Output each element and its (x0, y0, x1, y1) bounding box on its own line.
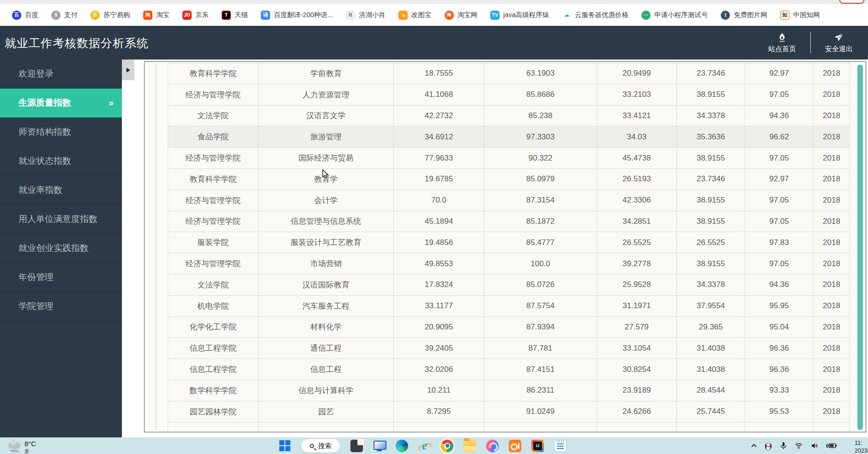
table-row[interactable]: 文法学院汉语国际教育17.832485.072625.952834.337894… (168, 274, 850, 295)
table-wrapper: 教育科学学院学前教育18.755563.190320.949923.734692… (168, 63, 850, 432)
table-cell: 信息工程学院 (168, 338, 259, 359)
table-row[interactable]: 经济与管理学院国际经济与贸易77.963390.32245.473838.915… (168, 148, 850, 169)
taskbar-clock[interactable]: 11: 2023/1 (855, 439, 868, 454)
gaitubao-favicon: ↘ (398, 11, 408, 20)
weather-desc: 雾 (24, 448, 36, 454)
table-cell: 教育学 (259, 168, 394, 190)
app-stack-icon[interactable] (350, 440, 363, 452)
bookmark-item[interactable]: t免费图片网 (721, 11, 767, 20)
sidebar-item[interactable]: 年份管理 (0, 263, 122, 292)
pc-manager-icon[interactable] (373, 440, 386, 452)
bookmark-item[interactable]: 淘淘宝 (143, 11, 169, 20)
bookmark-item[interactable]: S支付 (51, 11, 78, 20)
office-tool-icon[interactable] (509, 440, 521, 452)
table-row[interactable]: 化学化工学院材料化学20.909587.939427.57929.36595.0… (168, 317, 850, 338)
table-cell: 23.9189 (597, 380, 677, 401)
edge-icon[interactable] (396, 440, 408, 452)
sidebar-item[interactable]: 就业率指数 (0, 176, 122, 205)
sidebar-item[interactable]: 学院管理 (0, 292, 122, 321)
microphone-icon[interactable] (779, 441, 788, 450)
table-row[interactable]: 文法学院汉语言文学42.273285.23833.412134.337894.3… (168, 105, 850, 126)
table-row[interactable]: 机电学院汽车服务工程33.117787.575431.197137.955495… (168, 295, 850, 317)
app-header: 就业工作考核数据分析系统 站点首页 安全退出 (0, 26, 868, 60)
sidebar-item[interactable]: 就业状态指数 (0, 147, 122, 176)
bookmark-item[interactable]: ⋯申请小程序测试号 (641, 11, 708, 20)
table-cell: 25.9528 (597, 274, 677, 295)
battery-icon[interactable] (826, 442, 838, 450)
weather-widget[interactable]: 8°C 雾 (8, 438, 36, 454)
clock-date: 2023/1 (855, 447, 868, 454)
site-home-button[interactable]: 站点首页 (754, 26, 810, 60)
file-explorer-icon[interactable] (464, 440, 476, 452)
table-cell: 数学科学学院 (168, 380, 259, 401)
table-row[interactable]: 信息工程学院信息工程32.020687.415130.825431.403896… (168, 359, 850, 380)
sidebar-item[interactable]: 用人单位满意度指数 (0, 205, 122, 234)
table-cell: 经济与管理学院 (168, 190, 259, 211)
sidebar-item[interactable]: 就业创业实践指数 (0, 234, 122, 263)
sidebar-item-active[interactable]: 生源质量指数» (0, 89, 122, 118)
netease-icon[interactable] (486, 440, 499, 452)
bookmark-item[interactable]: 译百度翻译-200种语... (261, 11, 333, 20)
chevron-right-icon (127, 68, 130, 72)
table-row[interactable]: 经济与管理学院会计学70.087.315442.330638.915597.05… (168, 190, 850, 211)
table-row[interactable]: 教育科学学院学前教育18.755563.190320.949923.734692… (168, 63, 850, 84)
table-row[interactable]: 经济与管理学院信息管理与信息系统45.189485.187234.285138.… (168, 211, 850, 232)
table-row[interactable]: 经济与管理学院人力资源管理41.106885.868633.210338.915… (168, 84, 850, 105)
intellij-idea-icon[interactable] (531, 440, 544, 452)
table-cell: 26.5525 (597, 232, 677, 253)
bookmark-item[interactable]: ↘改图宝 (398, 11, 432, 20)
sidebar-item[interactable]: 欢迎登录 (0, 60, 122, 89)
bookmark-item[interactable]: JD京东 (182, 11, 209, 20)
chrome-icon[interactable] (441, 440, 453, 452)
sidebar-collapse-tab[interactable] (122, 60, 134, 80)
chevron-up-icon[interactable] (751, 443, 757, 448)
table-cell: 经济与管理学院 (168, 148, 259, 169)
table-row[interactable]: 数学科学学院信息与计算科学10.21186.231123.918928.4544… (168, 380, 850, 401)
sidebar-item[interactable]: 师资结构指数 (0, 118, 122, 147)
table-cell: 33.1177 (394, 295, 484, 317)
table-cell: 97.05 (745, 84, 814, 105)
bookmark-item[interactable]: ☁云服务器优惠价格 (562, 11, 628, 20)
volume-icon[interactable] (810, 442, 819, 450)
header-actions: 站点首页 安全退出 (754, 26, 867, 60)
bookmark-item[interactable]: TVjava高级程序猿 (490, 11, 549, 20)
wifi-icon[interactable] (794, 442, 803, 450)
table-cell: 34.3378 (677, 105, 745, 126)
table-row[interactable]: 服装学院服装设计与工艺教育19.485685.477726.552526.552… (168, 232, 850, 253)
table-row[interactable]: 经济与管理学院市场营销49.8553100.039.277838.915597.… (168, 253, 850, 275)
bookmark-item[interactable]: 苏苏宁易购 (90, 11, 130, 20)
table-row[interactable]: 教育科学学院教育学19.678585.097926.519323.734692.… (168, 168, 850, 190)
table-row[interactable]: 信息工程学院通信工程39.240587.78133.105431.403896.… (168, 338, 850, 359)
logout-button[interactable]: 安全退出 (811, 26, 867, 60)
windows-start-icon[interactable] (279, 440, 291, 452)
bookmark-item[interactable]: 百百度 (12, 11, 38, 20)
table-scrollbar[interactable] (857, 65, 863, 430)
table-cell: 34.3378 (677, 274, 745, 295)
table-row[interactable]: 食品学院旅游管理34.691297.330334.0335.363696.622… (168, 126, 850, 148)
taskbar-search[interactable]: 搜索 (301, 439, 340, 453)
table-cell: 96.62 (745, 126, 814, 148)
paper-plane-icon (833, 32, 844, 42)
bookmark-label: 淘宝网 (458, 11, 478, 19)
bookmark-item[interactable]: 肖洪湖小肖 (346, 11, 386, 20)
table-cell: 97.83 (745, 232, 814, 253)
notepad-icon[interactable] (554, 440, 567, 452)
table-cell: 8.7295 (394, 401, 484, 422)
bookmark-item[interactable]: T天猫 (222, 11, 248, 20)
table-cell: 34.6912 (394, 126, 484, 148)
table-cell: 10.211 (394, 380, 484, 401)
table-cell: 96.36 (745, 338, 814, 359)
table-cell (677, 422, 745, 432)
table-row[interactable]: 园艺园林学院园艺8.729591.024924.626625.744595.53… (168, 401, 850, 422)
bookmark-label: 苏宁易购 (103, 11, 130, 19)
table-cell: 100.0 (484, 253, 597, 275)
table-cell: 97.05 (745, 253, 814, 275)
ie-icon[interactable] (418, 440, 431, 452)
bookmark-item[interactable]: 淘淘宝网 (445, 11, 478, 20)
bookmark-label: java高级程序猿 (503, 11, 549, 19)
qq-icon[interactable] (764, 441, 773, 451)
sidebar-item-label: 就业率指数 (18, 184, 62, 196)
bookmark-item[interactable]: 知中国知网 (780, 11, 820, 20)
table-cell: 园艺园林学院 (168, 401, 259, 422)
table-cell: 90.322 (484, 148, 597, 169)
